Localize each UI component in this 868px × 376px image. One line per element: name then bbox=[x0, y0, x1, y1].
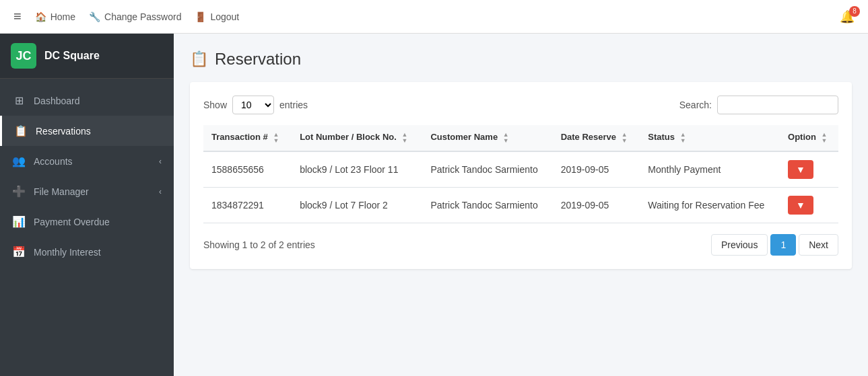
home-link[interactable]: 🏠 Home bbox=[35, 11, 75, 22]
cell-status: Waiting for Reservation Fee bbox=[640, 188, 780, 223]
monthly-interest-icon: 📅 bbox=[12, 246, 26, 258]
sidebar: JC DC Square ⊞ Dashboard 📋 Reservations … bbox=[0, 34, 174, 376]
hamburger-button[interactable]: ≡ bbox=[13, 9, 22, 24]
row-action-button[interactable]: ▼ bbox=[788, 160, 813, 179]
table-header: Transaction # ▲▼ Lot Number / Block No. … bbox=[203, 125, 838, 151]
dropdown-chevron-icon: ▼ bbox=[796, 164, 805, 175]
sidebar-item-reservations[interactable]: 📋 Reservations bbox=[0, 116, 174, 146]
col-status: Status ▲▼ bbox=[640, 125, 780, 151]
dashboard-icon: ⊞ bbox=[12, 94, 26, 107]
brand-logo: JC bbox=[11, 43, 36, 69]
pagination: Previous 1 Next bbox=[711, 234, 838, 256]
row-action-button[interactable]: ▼ bbox=[788, 196, 813, 215]
cell-customer: Patrick Tandoc Sarmiento bbox=[422, 188, 552, 223]
dropdown-chevron-icon: ▼ bbox=[796, 200, 805, 211]
sidebar-item-accounts[interactable]: 👥 Accounts ‹ bbox=[0, 146, 174, 176]
reservations-card: Show 10 25 50 100 entries Search: bbox=[190, 82, 852, 269]
page-title: Reservation bbox=[215, 50, 301, 69]
cell-option: ▼ bbox=[780, 151, 838, 188]
cell-date: 2019-09-05 bbox=[553, 188, 640, 223]
entries-select[interactable]: 10 25 50 100 bbox=[232, 96, 274, 114]
wrench-icon: 🔧 bbox=[89, 11, 100, 22]
top-navbar: ≡ 🏠 Home 🔧 Change Password 🚪 Logout 🔔 8 bbox=[0, 0, 868, 34]
table-row: 1834872291 block9 / Lot 7 Floor 2 Patric… bbox=[203, 188, 838, 223]
search-input[interactable] bbox=[717, 96, 838, 114]
next-button[interactable]: Next bbox=[799, 234, 838, 256]
col-customer: Customer Name ▲▼ bbox=[422, 125, 552, 151]
sidebar-item-dashboard[interactable]: ⊞ Dashboard bbox=[0, 85, 174, 116]
cell-lot: block9 / Lot 7 Floor 2 bbox=[292, 188, 422, 223]
sort-icon: ▲▼ bbox=[622, 132, 628, 144]
sidebar-item-payment-overdue[interactable]: 📊 Payment Overdue bbox=[0, 206, 174, 237]
reservations-table: Transaction # ▲▼ Lot Number / Block No. … bbox=[203, 125, 838, 223]
table-controls: Show 10 25 50 100 entries Search: bbox=[203, 96, 838, 114]
cell-date: 2019-09-05 bbox=[553, 151, 640, 188]
cell-transaction: 1834872291 bbox=[203, 188, 292, 223]
accounts-chevron-icon: ‹ bbox=[159, 157, 162, 166]
cell-status: Monthly Payment bbox=[640, 151, 780, 188]
logout-link[interactable]: 🚪 Logout bbox=[195, 11, 239, 22]
page-1-button[interactable]: 1 bbox=[770, 234, 796, 256]
search-label: Search: bbox=[679, 100, 712, 110]
show-entries: Show 10 25 50 100 entries bbox=[203, 96, 308, 114]
sidebar-nav: ⊞ Dashboard 📋 Reservations 👥 Accounts ‹ … bbox=[0, 79, 174, 274]
notification-bell[interactable]: 🔔 8 bbox=[840, 9, 855, 24]
sort-icon: ▲▼ bbox=[680, 132, 686, 144]
sort-icon: ▲▼ bbox=[503, 132, 509, 144]
main-content: 📋 Reservation Show 10 25 50 100 entries … bbox=[174, 34, 868, 376]
entries-info: Showing 1 to 2 of 2 entries bbox=[203, 239, 315, 250]
cell-transaction: 1588655656 bbox=[203, 151, 292, 188]
file-manager-icon: ➕ bbox=[12, 185, 26, 198]
show-label: Show bbox=[203, 100, 227, 110]
sort-icon: ▲▼ bbox=[401, 132, 407, 144]
sidebar-item-file-manager[interactable]: ➕ File Manager ‹ bbox=[0, 176, 174, 206]
reservations-icon: 📋 bbox=[14, 124, 28, 137]
page-header-icon: 📋 bbox=[190, 50, 208, 68]
table-row: 1588655656 block9 / Lot 23 Floor 11 Patr… bbox=[203, 151, 838, 188]
payment-overdue-icon: 📊 bbox=[12, 215, 26, 228]
col-lot: Lot Number / Block No. ▲▼ bbox=[292, 125, 422, 151]
sidebar-brand: JC DC Square bbox=[0, 34, 174, 79]
top-nav-links: 🏠 Home 🔧 Change Password 🚪 Logout bbox=[35, 11, 840, 22]
brand-name: DC Square bbox=[44, 50, 100, 62]
logout-icon: 🚪 bbox=[195, 11, 206, 22]
page-header: 📋 Reservation bbox=[190, 50, 852, 69]
sort-icon: ▲▼ bbox=[822, 132, 828, 144]
cell-option: ▼ bbox=[780, 188, 838, 223]
accounts-icon: 👥 bbox=[12, 155, 26, 167]
table-body: 1588655656 block9 / Lot 23 Floor 11 Patr… bbox=[203, 151, 838, 223]
col-transaction: Transaction # ▲▼ bbox=[203, 125, 292, 151]
col-option: Option ▲▼ bbox=[780, 125, 838, 151]
change-password-link[interactable]: 🔧 Change Password bbox=[89, 11, 181, 22]
sort-icon: ▲▼ bbox=[273, 132, 279, 144]
previous-button[interactable]: Previous bbox=[711, 234, 768, 256]
cell-customer: Patrick Tandoc Sarmiento bbox=[422, 151, 552, 188]
search-area: Search: bbox=[679, 96, 838, 114]
entries-label: entries bbox=[279, 100, 308, 110]
file-manager-chevron-icon: ‹ bbox=[159, 187, 162, 196]
layout: JC DC Square ⊞ Dashboard 📋 Reservations … bbox=[0, 34, 868, 376]
cell-lot: block9 / Lot 23 Floor 11 bbox=[292, 151, 422, 188]
home-icon: 🏠 bbox=[35, 11, 46, 22]
table-footer: Showing 1 to 2 of 2 entries Previous 1 N… bbox=[203, 234, 838, 256]
notification-count: 8 bbox=[849, 6, 860, 17]
col-date: Date Reserve ▲▼ bbox=[553, 125, 640, 151]
sidebar-item-monthly-interest[interactable]: 📅 Monthly Interest bbox=[0, 237, 174, 267]
